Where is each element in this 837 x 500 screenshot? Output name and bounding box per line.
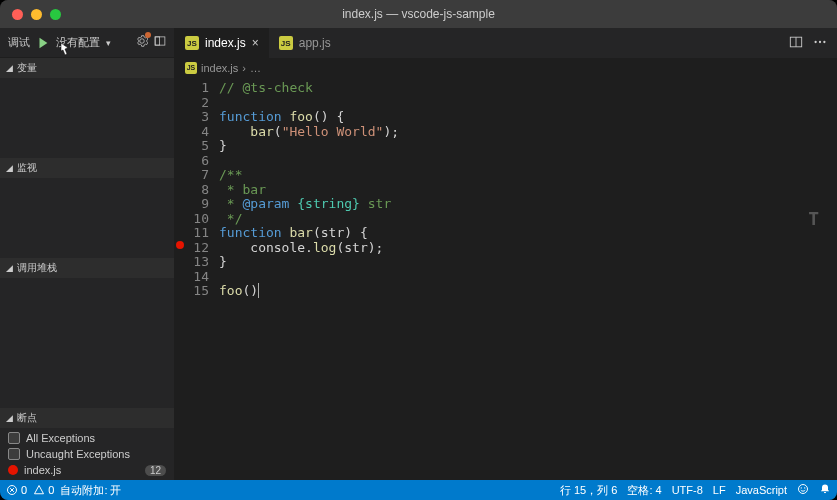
window-close-button[interactable] bbox=[12, 9, 23, 20]
line-number: 10 bbox=[185, 212, 209, 227]
tab-index-js[interactable]: JS index.js × bbox=[175, 28, 269, 58]
callstack-panel-body bbox=[0, 278, 174, 408]
line-number: 5 bbox=[185, 139, 209, 154]
breakpoints-panel-label: 断点 bbox=[17, 411, 37, 425]
code-line[interactable] bbox=[219, 154, 837, 169]
code-line[interactable]: */ bbox=[219, 212, 837, 227]
code-line[interactable]: // @ts-check bbox=[219, 81, 837, 96]
window-minimize-button[interactable] bbox=[31, 9, 42, 20]
statusbar: 0 0 自动附加: 开 行 15，列 6 空格: 4 UTF-8 LF Java… bbox=[0, 480, 837, 500]
variables-panel-header[interactable]: ◢ 变量 bbox=[0, 58, 174, 78]
code-line[interactable]: function bar(str) { bbox=[219, 226, 837, 241]
tab-app-js[interactable]: JS app.js bbox=[269, 28, 341, 58]
svg-point-9 bbox=[801, 487, 802, 488]
debug-sidebar: 调试 没有配置 ▾ ◢ 变量 bbox=[0, 28, 175, 480]
debug-console-button[interactable] bbox=[154, 35, 166, 50]
debug-toolbar: 调试 没有配置 ▾ bbox=[0, 28, 174, 58]
variables-panel-label: 变量 bbox=[17, 61, 37, 75]
more-actions-button[interactable] bbox=[813, 35, 827, 52]
breakpoint-row-all-exceptions[interactable]: All Exceptions bbox=[0, 430, 174, 446]
breakpoints-panel-body: All Exceptions Uncaught Exceptions index… bbox=[0, 428, 174, 480]
code-line[interactable]: } bbox=[219, 139, 837, 154]
bell-icon[interactable] bbox=[819, 483, 831, 497]
close-tab-button[interactable]: × bbox=[252, 36, 259, 50]
callstack-panel-header[interactable]: ◢ 调用堆栈 bbox=[0, 258, 174, 278]
line-number: 9 bbox=[185, 197, 209, 212]
line-number: 4 bbox=[185, 125, 209, 140]
twisty-icon: ◢ bbox=[6, 163, 13, 173]
checkbox[interactable] bbox=[8, 432, 20, 444]
js-file-icon: JS bbox=[279, 36, 293, 50]
status-warnings[interactable]: 0 bbox=[33, 484, 54, 496]
code-line[interactable]: bar("Hello World"); bbox=[219, 125, 837, 140]
watch-panel-body bbox=[0, 178, 174, 258]
breadcrumb-sep: › bbox=[242, 62, 246, 74]
configure-debug-button[interactable] bbox=[136, 35, 148, 50]
breakpoint-file-label: index.js bbox=[24, 464, 61, 476]
line-number: 7 bbox=[185, 168, 209, 183]
watch-panel-header[interactable]: ◢ 监视 bbox=[0, 158, 174, 178]
breakpoint-line-badge: 12 bbox=[145, 465, 166, 476]
window-maximize-button[interactable] bbox=[50, 9, 61, 20]
debug-config-dropdown[interactable]: 没有配置 bbox=[56, 35, 100, 50]
line-number-gutter: 123456789101112131415 bbox=[185, 78, 219, 480]
twisty-icon: ◢ bbox=[6, 413, 13, 423]
line-number: 3 bbox=[185, 110, 209, 125]
titlebar: index.js — vscode-js-sample bbox=[0, 0, 837, 28]
code-line[interactable]: /** bbox=[219, 168, 837, 183]
callstack-panel-label: 调用堆栈 bbox=[17, 261, 57, 275]
twisty-icon: ◢ bbox=[6, 63, 13, 73]
svg-point-4 bbox=[814, 40, 816, 42]
code-line[interactable] bbox=[219, 96, 837, 111]
code-area[interactable]: // @ts-checkfunction foo() { bar("Hello … bbox=[219, 78, 837, 480]
status-ln-col[interactable]: 行 15，列 6 bbox=[560, 483, 617, 498]
breakpoint-row-uncaught-exceptions[interactable]: Uncaught Exceptions bbox=[0, 446, 174, 462]
code-line[interactable]: foo() bbox=[219, 284, 837, 299]
svg-point-8 bbox=[799, 485, 808, 494]
start-debug-button[interactable] bbox=[36, 36, 50, 50]
feedback-icon[interactable] bbox=[797, 483, 809, 497]
line-number: 2 bbox=[185, 96, 209, 111]
breakpoints-panel-header[interactable]: ◢ 断点 bbox=[0, 408, 174, 428]
variables-panel-body bbox=[0, 78, 174, 158]
svg-rect-1 bbox=[155, 37, 160, 45]
status-errors[interactable]: 0 bbox=[6, 484, 27, 496]
status-eol[interactable]: LF bbox=[713, 484, 726, 496]
code-line[interactable]: * bar bbox=[219, 183, 837, 198]
checkbox[interactable] bbox=[8, 448, 20, 460]
breakpoint-marker[interactable] bbox=[176, 241, 184, 249]
code-line[interactable]: console.log(str); bbox=[219, 241, 837, 256]
line-number: 8 bbox=[185, 183, 209, 198]
breakpoint-gutter[interactable] bbox=[175, 78, 185, 480]
debug-section-label: 调试 bbox=[8, 35, 30, 50]
breadcrumb[interactable]: JS index.js › … bbox=[175, 58, 837, 78]
svg-point-6 bbox=[823, 40, 825, 42]
status-auto-attach[interactable]: 自动附加: 开 bbox=[60, 483, 121, 498]
status-encoding[interactable]: UTF-8 bbox=[672, 484, 703, 496]
line-number: 6 bbox=[185, 154, 209, 169]
breakpoint-dot-icon bbox=[8, 465, 18, 475]
code-line[interactable]: * @param {string} str bbox=[219, 197, 837, 212]
chevron-down-icon[interactable]: ▾ bbox=[106, 38, 111, 48]
svg-point-10 bbox=[804, 487, 805, 488]
status-language[interactable]: JavaScript bbox=[736, 484, 787, 496]
minimap-indicator: T bbox=[808, 212, 819, 227]
line-number: 15 bbox=[185, 284, 209, 299]
js-file-icon: JS bbox=[185, 36, 199, 50]
line-number: 12 bbox=[185, 241, 209, 256]
window-title: index.js — vscode-js-sample bbox=[0, 7, 837, 21]
breakpoint-row-file[interactable]: index.js 12 bbox=[0, 462, 174, 478]
breadcrumb-tail: … bbox=[250, 62, 261, 74]
code-line[interactable]: } bbox=[219, 255, 837, 270]
code-line[interactable] bbox=[219, 270, 837, 285]
line-number: 13 bbox=[185, 255, 209, 270]
status-spaces[interactable]: 空格: 4 bbox=[627, 483, 661, 498]
code-editor[interactable]: 123456789101112131415 // @ts-checkfuncti… bbox=[175, 78, 837, 480]
js-file-icon: JS bbox=[185, 62, 197, 74]
code-line[interactable]: function foo() { bbox=[219, 110, 837, 125]
split-editor-button[interactable] bbox=[789, 35, 803, 52]
svg-point-5 bbox=[819, 40, 821, 42]
editor-tabs: JS index.js × JS app.js bbox=[175, 28, 837, 58]
breakpoint-label: Uncaught Exceptions bbox=[26, 448, 130, 460]
twisty-icon: ◢ bbox=[6, 263, 13, 273]
